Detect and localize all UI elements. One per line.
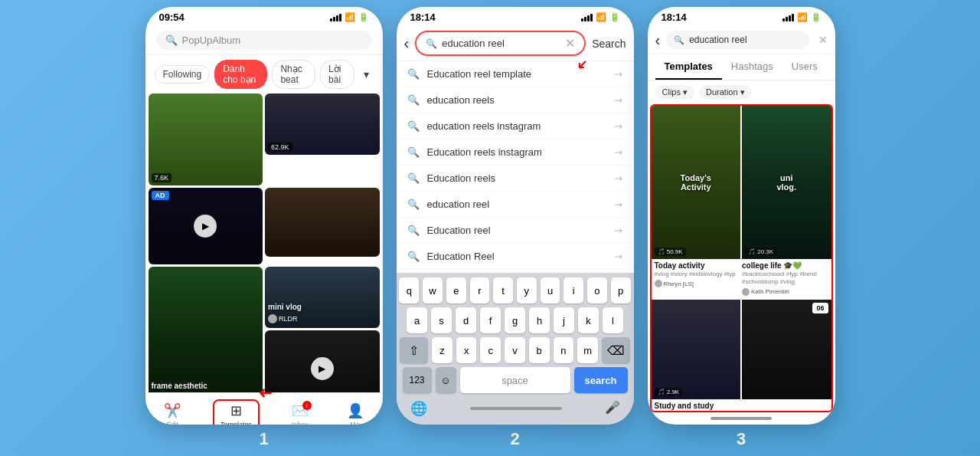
tab-more[interactable]: ▾ (359, 65, 374, 84)
key-shift[interactable]: ⇧ (400, 337, 429, 363)
p3-search-box[interactable]: 🔍 education reel (666, 31, 808, 49)
p3-info-rows-2: Study and study (652, 399, 831, 412)
key-h[interactable]: h (529, 307, 550, 333)
grid-item-3[interactable]: 62.9K (265, 93, 380, 155)
key-d[interactable]: d (456, 307, 476, 333)
key-123[interactable]: 123 (403, 367, 432, 393)
globe-icon[interactable]: 🌐 (410, 400, 427, 417)
result-item-2[interactable]: univlog. 🎵 20.3K (742, 106, 831, 259)
key-p[interactable]: p (611, 277, 631, 303)
tab-nhac-beat[interactable]: Nhạc beat (272, 60, 315, 89)
suggestion-2[interactable]: 🔍 education reels ↗ (397, 87, 634, 113)
nav-edit[interactable]: ✂️ Edit (158, 401, 187, 425)
result-1-main-text: Today'sActivity (681, 173, 711, 192)
results-container: Today'sActivity 🎵 50.9K univlog. 🎵 20.3K… (650, 104, 833, 412)
item-title-mini-vlog: mini vlog (268, 303, 302, 311)
key-x[interactable]: x (456, 337, 477, 363)
nav-inbox[interactable]: ✉️ Inbox ! (286, 401, 315, 425)
search-bar-1[interactable]: 🔍 PopUpAlbum (156, 31, 372, 50)
key-s[interactable]: s (431, 307, 452, 333)
p3-filters: Clips ▾ Duration ▾ (648, 80, 835, 104)
key-u[interactable]: u (541, 277, 560, 303)
grid-item-1[interactable]: 7.6K (149, 93, 263, 185)
clear-button-2[interactable]: ✕ (565, 36, 575, 51)
suggestion-8[interactable]: 🔍 Education Reel ↗ (397, 244, 634, 270)
tab-following[interactable]: Following (155, 65, 211, 84)
suggestion-4[interactable]: 🔍 Education reels instagram ↗ (397, 139, 634, 166)
suggestion-1[interactable]: 🔍 Education reel template ↗ (397, 61, 634, 87)
suggestion-7[interactable]: 🔍 Education reel ↗ (397, 218, 634, 244)
suggestion-5[interactable]: 🔍 Education reels ↗ (397, 166, 634, 192)
tab-loi-bai[interactable]: Lời bài (320, 60, 354, 89)
grid-item-5[interactable]: AD ▶ (149, 188, 263, 264)
inbox-badge: ! (302, 401, 312, 410)
key-backspace[interactable]: ⌫ (602, 337, 631, 363)
keyboard: q w e r t y u i o p a s d f g h j k l (397, 273, 634, 425)
result-1-info: Today activity #vlog #story #kidslovlogy… (655, 261, 741, 296)
suggest-search-icon-3: 🔍 (407, 120, 420, 132)
play-button-6[interactable]: ▶ (311, 357, 334, 380)
search-button-2[interactable]: Search (592, 38, 626, 50)
key-a[interactable]: a (407, 307, 427, 333)
filter-clips[interactable]: Clips ▾ (655, 85, 695, 100)
key-b[interactable]: b (529, 337, 550, 363)
result-item-1[interactable]: Today'sActivity 🎵 50.9K (652, 106, 741, 259)
key-o[interactable]: o (587, 277, 607, 303)
key-q[interactable]: q (399, 277, 419, 303)
tab-hashtags-3[interactable]: Hashtags (722, 54, 782, 80)
key-m[interactable]: m (577, 337, 598, 363)
suggest-search-icon-4: 🔍 (407, 146, 420, 158)
suggest-arrow-1: ↗ (612, 67, 626, 80)
p2-search-row: ‹ 🔍 education reel ✕ Search (397, 26, 634, 61)
grid-item-7[interactable] (265, 188, 380, 257)
key-space[interactable]: space (460, 367, 570, 393)
grid-item-video[interactable]: ▶ (265, 330, 380, 392)
back-button-3[interactable]: ‹ (655, 31, 661, 49)
clear-button-3[interactable]: ✕ (818, 34, 828, 46)
key-i[interactable]: i (564, 277, 583, 303)
nav-me[interactable]: 👤 Me (341, 401, 370, 425)
key-r[interactable]: r (470, 277, 490, 303)
key-n[interactable]: n (554, 337, 574, 363)
p2-search-box[interactable]: 🔍 education reel ✕ (415, 31, 586, 56)
suggest-text-7: Education reel (427, 225, 607, 236)
key-emoji[interactable]: ☺ (436, 367, 456, 393)
key-y[interactable]: y (517, 277, 537, 303)
suggest-arrow-2: ↗ (612, 93, 626, 107)
key-l[interactable]: l (603, 307, 623, 333)
nav-label-me: Me (350, 421, 360, 425)
tab-danh-cho-ban[interactable]: Dành cho bạn (214, 60, 267, 89)
key-j[interactable]: j (554, 307, 574, 333)
key-e[interactable]: e (446, 277, 466, 303)
suggest-search-icon-2: 🔍 (407, 94, 420, 106)
profile-icon: 👤 (347, 402, 364, 419)
key-c[interactable]: c (480, 337, 501, 363)
key-v[interactable]: v (505, 337, 525, 363)
play-button-5[interactable]: ▶ (194, 215, 217, 238)
key-f[interactable]: f (480, 307, 501, 333)
home-indicator-3 (648, 412, 835, 425)
grid-item-mini-vlog[interactable]: mini vlog RLDR (265, 267, 380, 328)
filter-duration[interactable]: Duration ▾ (699, 85, 752, 100)
result-item-4[interactable]: 06 (742, 300, 831, 399)
screen-number-1: 1 (259, 429, 268, 449)
key-t[interactable]: t (493, 277, 513, 303)
key-g[interactable]: g (505, 307, 525, 333)
tab-templates-3[interactable]: Templates (655, 54, 722, 80)
grid-item-2[interactable]: frame aesthetic onlyme [AR] (149, 267, 263, 392)
tab-users-3[interactable]: Users (782, 54, 827, 80)
result-3-info: Study and study (655, 402, 741, 410)
back-button-2[interactable]: ‹ (404, 34, 410, 52)
result-item-3[interactable]: 🎵 2.9K (652, 300, 741, 399)
result-2-username: Kath Pimentel (751, 288, 789, 295)
nav-templates[interactable]: ⊞ Templates (213, 399, 260, 425)
mic-icon[interactable]: 🎤 (605, 400, 620, 417)
suggestion-6[interactable]: 🔍 education reel ↗ (397, 192, 634, 218)
suggestion-3[interactable]: 🔍 education reels instagram ↗ (397, 113, 634, 139)
key-z[interactable]: z (432, 337, 452, 363)
result-3-title: Study and study (655, 402, 741, 410)
key-w[interactable]: w (423, 277, 443, 303)
search-key[interactable]: Search (574, 367, 628, 393)
key-k[interactable]: k (578, 307, 599, 333)
suggest-search-icon-8: 🔍 (407, 251, 420, 262)
